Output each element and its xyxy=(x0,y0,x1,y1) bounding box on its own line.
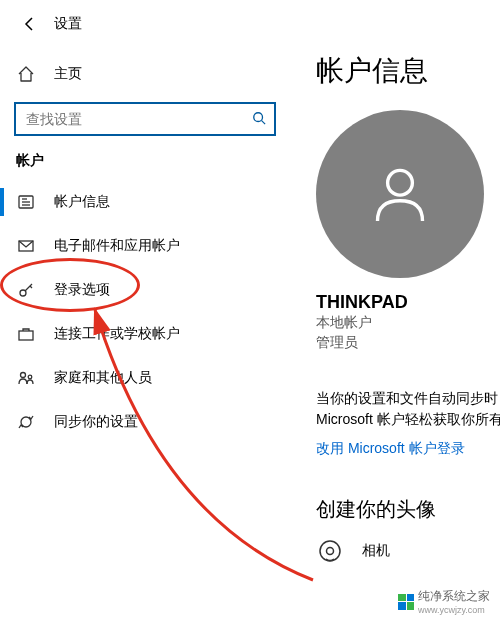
nav-item-3[interactable]: 连接工作或学校帐户 xyxy=(0,312,290,356)
svg-point-13 xyxy=(388,170,413,195)
camera-row[interactable]: 相机 xyxy=(316,537,500,565)
nav-item-label: 家庭和其他人员 xyxy=(54,369,152,387)
nav-item-label: 电子邮件和应用帐户 xyxy=(54,237,180,255)
username: THINKPAD xyxy=(316,292,500,313)
window-title: 设置 xyxy=(54,15,82,33)
account-type: 本地帐户 xyxy=(316,313,500,333)
search-box[interactable] xyxy=(14,102,276,136)
nav-item-0[interactable]: 帐户信息 xyxy=(0,180,290,224)
nav-item-4[interactable]: 家庭和其他人员 xyxy=(0,356,290,400)
svg-line-9 xyxy=(30,286,32,288)
sync-description: 当你的设置和文件自动同步时， Microsoft 帐户轻松获取你所有 xyxy=(316,388,500,430)
key-icon xyxy=(16,280,36,300)
nav-item-label: 连接工作或学校帐户 xyxy=(54,325,180,343)
sync-icon xyxy=(16,412,36,432)
svg-point-14 xyxy=(320,541,340,561)
watermark-logo-icon xyxy=(398,594,414,610)
nav-item-5[interactable]: 同步你的设置 xyxy=(0,400,290,444)
svg-rect-10 xyxy=(19,331,33,340)
svg-point-11 xyxy=(21,373,26,378)
watermark: 纯净系统之家 www.ycwjzy.com xyxy=(394,586,494,617)
nav-item-label: 同步你的设置 xyxy=(54,413,138,431)
home-link[interactable]: 主页 xyxy=(0,54,290,94)
account-role: 管理员 xyxy=(316,333,500,353)
create-avatar-title: 创建你的头像 xyxy=(316,496,500,523)
account-info-icon xyxy=(16,192,36,212)
email-icon xyxy=(16,236,36,256)
nav-item-1[interactable]: 电子邮件和应用帐户 xyxy=(0,224,290,268)
svg-point-15 xyxy=(327,548,334,555)
camera-icon xyxy=(316,537,344,565)
camera-label: 相机 xyxy=(362,542,390,560)
page-title: 帐户信息 xyxy=(316,52,500,90)
nav-item-label: 帐户信息 xyxy=(54,193,110,211)
home-label: 主页 xyxy=(54,65,82,83)
nav-item-label: 登录选项 xyxy=(54,281,110,299)
home-icon xyxy=(16,64,36,84)
svg-line-1 xyxy=(262,120,266,124)
switch-account-link[interactable]: 改用 Microsoft 帐户登录 xyxy=(316,440,500,458)
work-icon xyxy=(16,324,36,344)
family-icon xyxy=(16,368,36,388)
nav-item-2[interactable]: 登录选项 xyxy=(0,268,290,312)
svg-point-12 xyxy=(28,375,32,379)
svg-point-0 xyxy=(254,112,263,121)
section-title: 帐户 xyxy=(0,152,290,170)
avatar xyxy=(316,110,484,278)
back-button[interactable] xyxy=(14,9,44,39)
search-icon[interactable] xyxy=(252,111,266,128)
search-input[interactable] xyxy=(24,110,252,128)
